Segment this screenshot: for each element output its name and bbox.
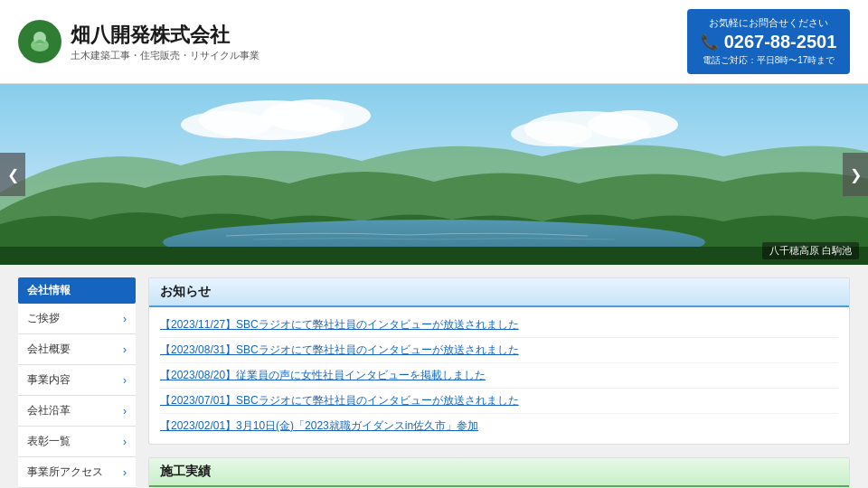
news-link[interactable]: 【2023/02/01】3月10日(金)「2023就職ガイダンスin佐久市」参加: [160, 419, 478, 432]
chevron-right-icon: ›: [123, 466, 127, 479]
company-logo-icon: [18, 20, 61, 63]
company-tagline: 土木建築工事・住宅販売・リサイクル事業: [71, 49, 259, 62]
phone-row: 📞 0267-88-2501: [700, 32, 837, 52]
news-title: お知らせ: [149, 278, 849, 307]
construction-section: 施工実績 土木事業 舗装事業: [148, 457, 850, 488]
news-item: 【2023/02/01】3月10日(金)「2023就職ガイダンスin佐久市」参加: [160, 414, 838, 438]
svg-point-6: [181, 111, 271, 138]
sidebar-item-access[interactable]: 事業所アクセス ›: [18, 457, 136, 488]
sidebar-item-greeting[interactable]: ご挨拶 ›: [18, 304, 136, 334]
header: 畑八開発株式会社 土木建築工事・住宅販売・リサイクル事業 お気軽にお問合せくださ…: [0, 0, 868, 84]
chevron-right-icon: ›: [123, 405, 127, 418]
sidebar-item-awards[interactable]: 表彰一覧 ›: [18, 427, 136, 457]
chevron-right-icon: ›: [123, 313, 127, 325]
contact-hours: 電話ご対応：平日8時〜17時まで: [700, 54, 837, 67]
main-content: 会社情報 ご挨拶 › 会社概要 › 事業内容 › 会社沿革 › 表彰一覧 ›: [0, 265, 868, 488]
chevron-right-icon: ›: [123, 343, 127, 356]
hero-next-button[interactable]: ❯: [843, 153, 868, 196]
hero-scene: [0, 84, 868, 265]
logo-area: 畑八開発株式会社 土木建築工事・住宅販売・リサイクル事業: [18, 20, 259, 63]
contact-box: お気軽にお問合せください 📞 0267-88-2501 電話ご対応：平日8時〜1…: [687, 9, 850, 74]
news-link[interactable]: 【2023/07/01】SBCラジオにて弊社社員のインタビューが放送されました: [160, 394, 519, 407]
sidebar: 会社情報 ご挨拶 › 会社概要 › 事業内容 › 会社沿革 › 表彰一覧 ›: [18, 277, 136, 488]
svg-point-8: [588, 110, 678, 139]
news-list: 【2023/11/27】SBCラジオにて弊社社員のインタビューが放送されました …: [149, 307, 849, 444]
news-item: 【2023/11/27】SBCラジオにて弊社社員のインタビューが放送されました: [160, 313, 838, 338]
company-name: 畑八開発株式会社: [71, 22, 259, 49]
sidebar-section-title-company: 会社情報: [18, 277, 136, 304]
news-item: 【2023/08/20】従業員の声に女性社員インタビューを掲載しました: [160, 363, 838, 389]
sidebar-item-business[interactable]: 事業内容 ›: [18, 365, 136, 396]
construction-title: 施工実績: [149, 458, 849, 487]
news-link[interactable]: 【2023/08/20】従業員の声に女性社員インタビューを掲載しました: [160, 369, 486, 381]
svg-rect-11: [0, 247, 868, 265]
chevron-right-icon: ›: [123, 436, 127, 448]
phone-number: 0267-88-2501: [724, 32, 837, 52]
svg-point-5: [262, 99, 371, 132]
chevron-right-icon: ›: [123, 374, 127, 387]
news-section: お知らせ 【2023/11/27】SBCラジオにて弊社社員のインタビューが放送さ…: [148, 277, 850, 445]
news-item: 【2023/07/01】SBCラジオにて弊社社員のインタビューが放送されました: [160, 389, 838, 414]
hero-caption: 八千穂高原 白駒池: [762, 242, 859, 259]
content-area: お知らせ 【2023/11/27】SBCラジオにて弊社社員のインタビューが放送さ…: [148, 277, 850, 488]
news-link[interactable]: 【2023/08/31】SBCラジオにて弊社社員のインタビューが放送されました: [160, 343, 519, 356]
svg-point-9: [511, 121, 592, 146]
sidebar-item-history[interactable]: 会社沿革 ›: [18, 396, 136, 427]
news-link[interactable]: 【2023/11/27】SBCラジオにて弊社社員のインタビューが放送されました: [160, 318, 519, 331]
hero-prev-button[interactable]: ❮: [0, 153, 25, 196]
phone-icon: 📞: [701, 33, 719, 51]
sidebar-section-company: 会社情報 ご挨拶 › 会社概要 › 事業内容 › 会社沿革 › 表彰一覧 ›: [18, 277, 136, 488]
logo-text: 畑八開発株式会社 土木建築工事・住宅販売・リサイクル事業: [71, 22, 259, 62]
hero-slider: ❮ ❯ 八千穂高原 白駒池: [0, 84, 868, 265]
contact-prompt: お気軽にお問合せください: [700, 16, 837, 30]
sidebar-item-overview[interactable]: 会社概要 ›: [18, 334, 136, 365]
news-item: 【2023/08/31】SBCラジオにて弊社社員のインタビューが放送されました: [160, 338, 838, 363]
